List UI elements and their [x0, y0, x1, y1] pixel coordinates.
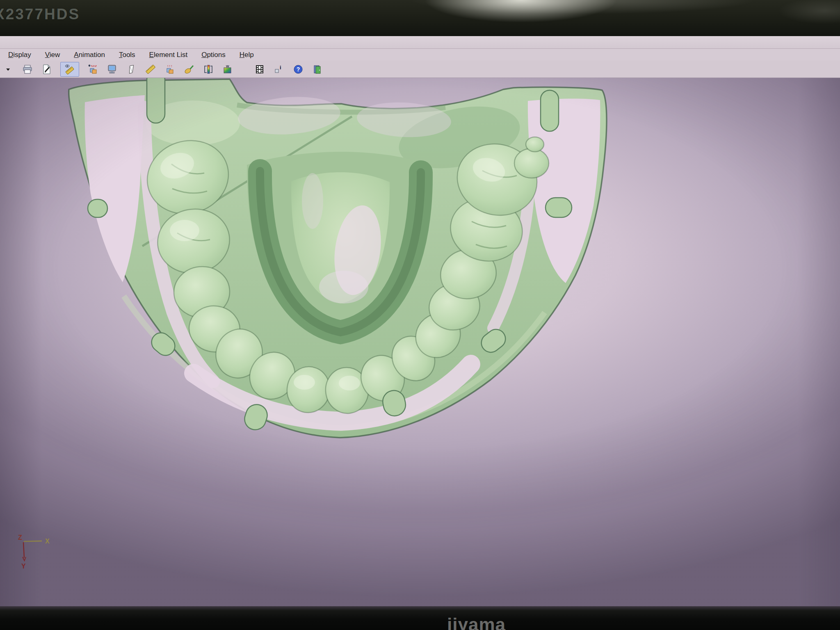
monitor-model-label: X2377HDS: [0, 6, 80, 23]
svg-text:?: ?: [297, 66, 300, 73]
axis-x-label: X: [45, 538, 50, 545]
axis-indicator: Z X Y: [15, 532, 60, 571]
print-icon[interactable]: [22, 63, 33, 75]
monitor-brand-logo: iiyama: [447, 614, 506, 630]
menu-help[interactable]: Help: [240, 51, 254, 59]
photographed-monitor: X2377HDS Display View Animation Tools El…: [0, 0, 840, 630]
menu-animation[interactable]: Animation: [74, 51, 105, 59]
menu-display[interactable]: Display: [8, 51, 31, 59]
help-icon[interactable]: ?: [292, 63, 304, 75]
svg-text:i: i: [280, 64, 281, 71]
window-top-strip: [0, 36, 840, 49]
color-scale-icon[interactable]: [203, 63, 214, 75]
axis-y-label: Y: [21, 563, 26, 570]
element-transform-icon[interactable]: ↑↑↑: [164, 63, 176, 75]
screen: Display View Animation Tools Element Lis…: [0, 36, 840, 606]
toolbar: ↑↑↑: [0, 61, 840, 78]
edit-document-icon[interactable]: [41, 63, 52, 75]
clip-plane-icon[interactable]: [126, 63, 137, 75]
paint-brush-icon[interactable]: [183, 63, 195, 75]
svg-text:↑↑↑: ↑↑↑: [167, 64, 173, 68]
measure-visibility-icon[interactable]: [60, 62, 79, 77]
monitor-bottom-bezel: iiyama: [0, 606, 840, 630]
menu-view[interactable]: View: [45, 51, 60, 59]
axis-z-label: Z: [18, 534, 22, 541]
menu-bar: Display View Animation Tools Element Lis…: [0, 49, 840, 61]
measure-ruler-icon[interactable]: [145, 63, 156, 75]
menu-element-list[interactable]: Element List: [149, 51, 188, 59]
color-map-icon[interactable]: W: [222, 63, 233, 75]
screen-view-icon[interactable]: [106, 63, 118, 75]
menu-options[interactable]: Options: [201, 51, 226, 59]
animation-film-icon[interactable]: [254, 63, 265, 75]
exit-icon[interactable]: [312, 63, 323, 75]
element-info-icon[interactable]: i: [273, 63, 285, 75]
element-colors-icon[interactable]: [87, 63, 98, 75]
viewport-3d[interactable]: Z X Y: [0, 78, 840, 607]
monitor-top-bezel: X2377HDS: [0, 0, 840, 36]
dental-scan-model[interactable]: [0, 78, 840, 607]
menu-tools[interactable]: Tools: [119, 51, 135, 59]
dropdown-arrow-icon[interactable]: [2, 63, 14, 75]
